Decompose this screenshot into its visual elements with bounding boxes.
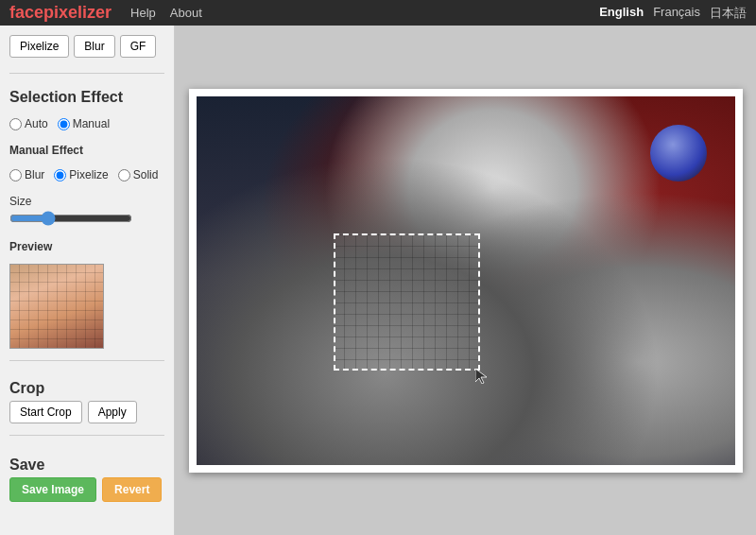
effect-solid-text: Solid <box>133 168 159 181</box>
divider-2 <box>9 360 164 361</box>
lang-french[interactable]: Français <box>653 5 700 22</box>
preview-label: Preview <box>9 240 164 253</box>
apply-button[interactable]: Apply <box>88 401 137 423</box>
manual-effect-label: Manual Effect <box>9 144 164 157</box>
manual-label: Manual <box>73 117 110 130</box>
save-section: Save Save Image Revert <box>9 453 164 502</box>
sidebar: Pixelize Blur GF Selection Effect Auto M… <box>0 26 175 535</box>
top-navigation: facepixelizer Help About English Françai… <box>0 0 756 26</box>
auto-radio[interactable] <box>9 118 22 130</box>
save-buttons-group: Save Image Revert <box>9 477 164 502</box>
language-links: English Français 日本語 <box>599 5 747 22</box>
size-slider[interactable] <box>9 211 132 226</box>
crop-title: Crop <box>9 380 164 397</box>
effect-blur-radio[interactable] <box>9 169 22 181</box>
effect-buttons-group: Pixelize Blur GF <box>9 35 164 58</box>
auto-label: Auto <box>25 117 48 130</box>
logo-accent: face <box>9 3 43 22</box>
revert-button[interactable]: Revert <box>102 477 162 502</box>
auto-radio-label[interactable]: Auto <box>9 117 48 130</box>
main-layout: Pixelize Blur GF Selection Effect Auto M… <box>0 26 756 535</box>
save-image-button[interactable]: Save Image <box>9 477 96 502</box>
effect-solid-radio[interactable] <box>118 169 130 181</box>
cat-image[interactable] <box>197 96 735 465</box>
size-slider-container: Size <box>9 195 164 229</box>
effect-blur-text: Blur <box>25 168 44 181</box>
start-crop-button[interactable]: Start Crop <box>9 401 82 423</box>
crop-section: Crop Start Crop Apply <box>9 376 164 423</box>
mode-radio-group: Auto Manual <box>9 117 164 130</box>
preview-box <box>9 264 104 349</box>
about-link[interactable]: About <box>170 6 202 20</box>
image-container <box>189 89 743 473</box>
selection-effect-title: Selection Effect <box>9 89 164 106</box>
effect-pixelize-radio[interactable] <box>54 169 66 181</box>
app-logo: facepixelizer <box>9 3 112 23</box>
manual-radio-label[interactable]: Manual <box>58 117 110 130</box>
effect-blur-label[interactable]: Blur <box>9 168 44 181</box>
logo-text: pixelizer <box>43 3 112 22</box>
effect-pixelize-label[interactable]: Pixelize <box>54 168 108 181</box>
lang-english[interactable]: English <box>599 5 644 22</box>
effect-solid-label[interactable]: Solid <box>118 168 159 181</box>
manual-radio[interactable] <box>58 118 70 130</box>
size-label: Size <box>9 195 164 208</box>
preview-face-image <box>10 265 103 348</box>
manual-effect-radio-group: Blur Pixelize Solid <box>9 168 164 181</box>
gf-button[interactable]: GF <box>120 35 157 58</box>
blur-button[interactable]: Blur <box>74 35 114 58</box>
canvas-area <box>175 26 756 535</box>
save-title: Save <box>9 457 164 474</box>
effect-pixelize-text: Pixelize <box>69 168 108 181</box>
pixelize-button[interactable]: Pixelize <box>9 35 69 58</box>
divider-1 <box>9 73 164 74</box>
help-link[interactable]: Help <box>130 6 156 20</box>
crop-buttons-group: Start Crop Apply <box>9 401 164 423</box>
nav-links: Help About <box>130 6 202 20</box>
lang-japanese[interactable]: 日本語 <box>710 5 747 22</box>
divider-3 <box>9 435 164 436</box>
blue-orb <box>650 125 707 181</box>
